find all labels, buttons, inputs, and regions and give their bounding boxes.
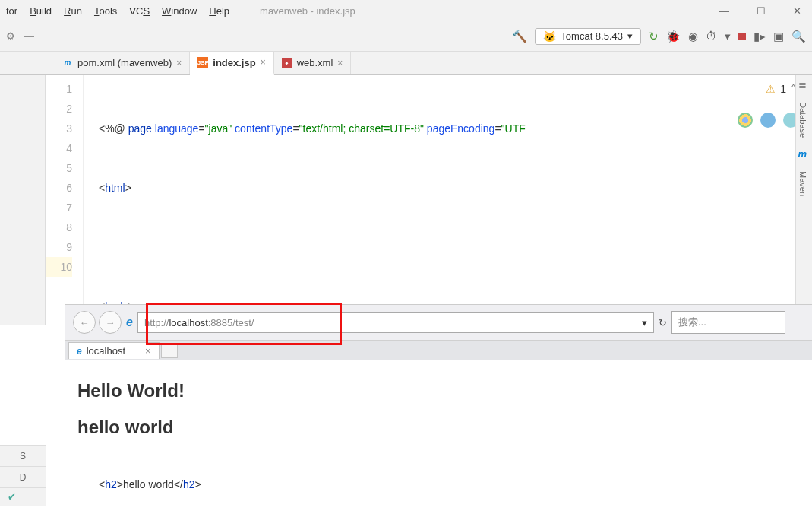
code-editor[interactable]: <%@ page language="java" contentType="te…	[84, 75, 812, 325]
warning-icon[interactable]: ⚠	[766, 79, 776, 99]
ie-tabs: e localhost ×	[65, 341, 812, 360]
right-tools: 🔨 🐱 Tomcat 8.5.43 ▾ ↻ 🐞 ◉ ⏱ ▾ ▮▸ ▣ 🔍	[512, 28, 806, 45]
menu-window[interactable]: Window	[162, 5, 197, 17]
page-h2: Hello World!	[77, 380, 800, 401]
line-number: 9	[46, 237, 72, 257]
line-gutter: 1 2 3 4 5 6 7 8 9 10	[46, 75, 84, 325]
menu-vcs[interactable]: VCS	[129, 5, 150, 17]
menu-run[interactable]: Run	[64, 5, 82, 17]
ie-browser-window: ← → e http://localhost:8885/test/ ▾ ↻ 搜索…	[65, 304, 812, 465]
profile-icon[interactable]: ⏱	[706, 30, 717, 43]
maven-icon[interactable]: m	[798, 148, 810, 160]
vcs-icon[interactable]: ▮▸	[754, 30, 766, 43]
right-sidebar: ≣ Database m Maven	[795, 75, 812, 325]
gear-icon[interactable]: ⚙	[6, 30, 15, 42]
search-icon[interactable]: 🔍	[791, 30, 806, 43]
reload-icon[interactable]: ↻	[659, 317, 667, 328]
line-number: 8	[46, 217, 72, 237]
collapse-icon[interactable]: —	[24, 30, 34, 42]
menu-bar: tor Build Run Tools VCS Window Help mave…	[0, 0, 812, 21]
line-number: 10	[46, 257, 72, 277]
editor-area: 1 2 3 4 5 6 7 8 9 10 <%@ page language="…	[0, 75, 812, 325]
xml-icon: ⬥	[282, 58, 292, 68]
search-placeholder: 搜索...	[678, 316, 706, 328]
search-box[interactable]: 搜索...	[671, 311, 785, 334]
tab-web-xml[interactable]: ⬥ web.xml ×	[274, 52, 352, 74]
page-h2: hello world	[77, 417, 800, 438]
menu-tor[interactable]: tor	[6, 5, 17, 17]
menu-build[interactable]: Build	[30, 5, 52, 17]
warning-count: 1	[780, 79, 786, 99]
minimize-button[interactable]: —	[715, 4, 734, 18]
debug-icon[interactable]: 🐞	[666, 30, 681, 43]
ie-logo-icon: e	[126, 316, 133, 329]
close-icon[interactable]: ×	[337, 58, 343, 68]
close-icon[interactable]: ×	[176, 58, 182, 68]
bottom-left-panel: S D ✔	[0, 445, 46, 506]
run-configuration-dropdown[interactable]: 🐱 Tomcat 8.5.43 ▾	[535, 28, 641, 45]
status-check: ✔	[0, 487, 46, 506]
tab-label: web.xml	[297, 57, 333, 68]
ie-favicon-icon: e	[77, 346, 82, 357]
line-number: 1	[46, 79, 72, 99]
tab-pom[interactable]: m pom.xml (mavenweb) ×	[55, 52, 190, 74]
maven-panel[interactable]: Maven	[796, 165, 810, 202]
tomcat-icon: 🐱	[543, 30, 556, 43]
line-number: 3	[46, 119, 72, 138]
run-icon[interactable]: ↻	[649, 30, 659, 43]
coverage-icon[interactable]: ◉	[688, 30, 698, 43]
close-icon[interactable]: ×	[261, 57, 266, 68]
browser-preview-icons	[738, 113, 798, 128]
line-number: 2	[46, 99, 72, 119]
url-bar[interactable]: http://localhost:8885/test/ ▾	[137, 312, 654, 333]
jsp-icon: JSP	[197, 57, 208, 68]
menu-tools[interactable]: Tools	[94, 5, 117, 17]
run-config-label: Tomcat 8.5.43	[561, 30, 623, 42]
more-icon[interactable]: ▾	[725, 30, 731, 43]
back-button[interactable]: ←	[73, 311, 96, 334]
window-controls: — ☐ ✕	[715, 4, 806, 18]
editor-tabs: m pom.xml (mavenweb) × JSP index.jsp × ⬥…	[0, 52, 812, 75]
line-number: 6	[46, 178, 72, 198]
window-title: mavenweb - index.jsp	[260, 5, 355, 17]
ie-icon[interactable]	[760, 113, 776, 128]
stop-icon[interactable]	[738, 30, 746, 43]
url-text: http://localhost:8885/test/	[144, 317, 637, 328]
ie-nav: ← →	[73, 311, 122, 334]
maven-icon: m	[62, 58, 73, 68]
ie-toolbar: ← → e http://localhost:8885/test/ ▾ ↻ 搜索…	[65, 305, 812, 341]
database-icon[interactable]: ≣	[798, 79, 810, 91]
tab-index-jsp[interactable]: JSP index.jsp ×	[190, 52, 273, 75]
bl-s[interactable]: S	[0, 445, 46, 466]
bl-d[interactable]: D	[0, 466, 46, 487]
maximize-button[interactable]: ☐	[752, 4, 770, 18]
tab-label: pom.xml (mavenweb)	[77, 57, 172, 68]
ie-tab-title: localhost	[87, 345, 125, 357]
build-icon[interactable]: 🔨	[512, 29, 527, 43]
chevron-down-icon: ▾	[627, 30, 633, 42]
inspect-icon[interactable]: ▣	[773, 30, 784, 43]
project-sidebar[interactable]	[0, 75, 46, 325]
menu-items: tor Build Run Tools VCS Window Help	[6, 5, 229, 17]
line-number: 7	[46, 198, 72, 217]
left-tools: ⚙ —	[6, 30, 34, 42]
forward-button[interactable]: →	[99, 311, 122, 334]
database-panel[interactable]: Database	[796, 96, 810, 144]
ie-page-content: Hello World! hello world	[65, 360, 812, 465]
menu-help[interactable]: Help	[209, 5, 229, 17]
line-number: 4	[46, 138, 72, 158]
line-number: 5	[46, 158, 72, 178]
new-tab-button[interactable]	[161, 343, 178, 358]
chrome-icon[interactable]	[738, 113, 753, 128]
toolbar: ⚙ — 🔨 🐱 Tomcat 8.5.43 ▾ ↻ 🐞 ◉ ⏱ ▾ ▮▸ ▣ 🔍	[0, 21, 812, 52]
close-icon[interactable]: ×	[145, 345, 151, 357]
ie-tab[interactable]: e localhost ×	[68, 342, 160, 359]
tab-label: index.jsp	[213, 57, 255, 68]
dropdown-icon[interactable]: ▾	[642, 317, 647, 328]
close-button[interactable]: ✕	[788, 4, 806, 18]
